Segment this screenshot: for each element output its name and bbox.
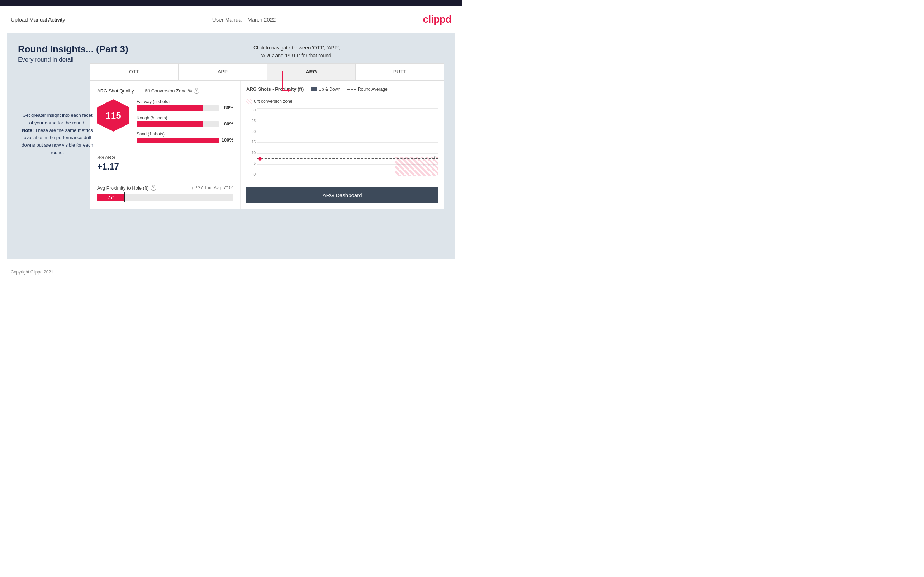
tab-ott[interactable]: OTT [90, 64, 179, 80]
legend-check-box [246, 99, 252, 103]
proximity-header: Avg Proximity to Hole (ft) ? ↑ PGA Tour … [97, 185, 233, 191]
footer: Copyright Clippd 2021 [0, 262, 462, 282]
panel-header: ARG Shot Quality 6ft Conversion Zone % ? [97, 88, 233, 93]
nav-annotation: Click to navigate between 'OTT', 'APP','… [254, 44, 340, 60]
side-note: Get greater insight into each facet of y… [21, 112, 93, 156]
bar-label-rough: Rough (5 shots) [137, 115, 233, 121]
logo-text: clippd [423, 14, 451, 25]
header: Upload Manual Activity User Manual - Mar… [0, 6, 462, 29]
y-label-25: 25 [246, 119, 257, 123]
bar-rough: Rough (5 shots) 80% [137, 115, 233, 127]
pga-avg-label: ↑ PGA Tour Avg: 7'10" [191, 185, 233, 190]
page-subtitle: Every round in detail [18, 56, 444, 63]
doc-title: User Manual - March 2022 [212, 16, 276, 23]
logo: clippd [423, 14, 451, 25]
bar-fill-fairway [137, 105, 203, 111]
hex-shape: 115 [97, 99, 129, 132]
y-label-0: 0 [246, 172, 257, 176]
sg-label: SG ARG [97, 155, 233, 160]
card-body: ARG Shot Quality 6ft Conversion Zone % ?… [90, 81, 444, 209]
bar-sand: Sand (1 shots) 100% [137, 132, 233, 143]
prox-fill: 77' [97, 193, 124, 201]
conversion-label: 6ft Conversion Zone % ? [145, 88, 199, 93]
legend-round-avg: Round Average [347, 87, 388, 92]
y-label-10: 10 [246, 151, 257, 155]
arg-dashboard-btn[interactable]: ARG Dashboard [246, 187, 438, 203]
dashboard-btn-label: ARG Dashboard [322, 192, 362, 198]
y-label-5: 5 [246, 162, 257, 166]
top-bar [0, 0, 462, 6]
bar-fill-rough [137, 121, 203, 127]
legend-updown-label: Up & Down [318, 87, 340, 92]
tab-app[interactable]: APP [179, 64, 267, 80]
prox-value: 77' [108, 195, 114, 200]
prox-cursor [124, 192, 125, 203]
right-panel: ARG Shots - Proximity (ft) Up & Down Rou… [241, 81, 444, 209]
tab-bar: OTT APP ARG PUTT [90, 64, 444, 81]
legend-round-avg-label: Round Average [358, 87, 388, 92]
y-label-20: 20 [246, 130, 257, 134]
annotation-text: Click to navigate between 'OTT', 'APP','… [254, 45, 340, 58]
header-divider [11, 29, 451, 29]
y-axis: 30 25 20 15 10 5 0 [246, 108, 257, 176]
y-label-30: 30 [246, 108, 257, 112]
chart-area: 30 25 20 15 10 5 0 [246, 108, 438, 187]
chart-inner: 8 [257, 108, 438, 176]
hexagon-score-section: 115 Fairway (5 shots) 80% Rough (5 [97, 99, 233, 148]
proximity-label: Avg Proximity to Hole (ft) ? [97, 185, 156, 191]
bar-label-sand: Sand (1 shots) [137, 132, 233, 137]
sg-value: +1.17 [97, 162, 233, 172]
bar-track-fairway: 80% [137, 105, 219, 111]
bar-fairway: Fairway (5 shots) 80% [137, 99, 233, 111]
tab-putt[interactable]: PUTT [356, 64, 444, 80]
upload-label[interactable]: Upload Manual Activity [11, 16, 65, 23]
prox-track: 77' [97, 193, 233, 201]
page-title: Round Insights... (Part 3) [18, 44, 444, 55]
svg-marker-0 [288, 89, 291, 92]
bar-pct-fairway: 80% [224, 105, 233, 110]
y-label-15: 15 [246, 140, 257, 144]
bar-track-sand: 100% [137, 138, 219, 143]
bar-label-fairway: Fairway (5 shots) [137, 99, 233, 104]
bar-pct-rough: 80% [224, 121, 233, 127]
proximity-section: Avg Proximity to Hole (ft) ? ↑ PGA Tour … [97, 179, 233, 201]
proximity-help-icon[interactable]: ? [150, 185, 156, 191]
help-icon[interactable]: ? [194, 88, 199, 93]
bars-section: Fairway (5 shots) 80% Rough (5 shots) 80… [137, 99, 233, 148]
bar-fill-sand [137, 138, 219, 143]
left-panel: ARG Shot Quality 6ft Conversion Zone % ?… [90, 81, 241, 209]
bars-chart [257, 108, 438, 176]
side-note-text: Get greater insight into each facet of y… [21, 113, 93, 155]
main-card: OTT APP ARG PUTT ARG Shot Quality 6ft Co… [90, 63, 444, 209]
legend-dashed-line [347, 89, 356, 90]
arrow-indicator [275, 71, 293, 101]
legend-updown: Up & Down [311, 87, 340, 92]
bar-pct-sand: 100% [221, 137, 233, 143]
legend-box-dark [311, 87, 317, 91]
sg-section: SG ARG +1.17 [97, 155, 233, 172]
shot-quality-label: ARG Shot Quality [97, 88, 134, 93]
main-content: Round Insights... (Part 3) Every round i… [7, 33, 455, 259]
hex-container: 115 [97, 99, 129, 132]
bar-track-rough: 80% [137, 121, 219, 127]
side-note-bold: Note: [22, 127, 34, 133]
copyright: Copyright Clippd 2021 [11, 269, 53, 274]
hex-number: 115 [105, 110, 121, 121]
